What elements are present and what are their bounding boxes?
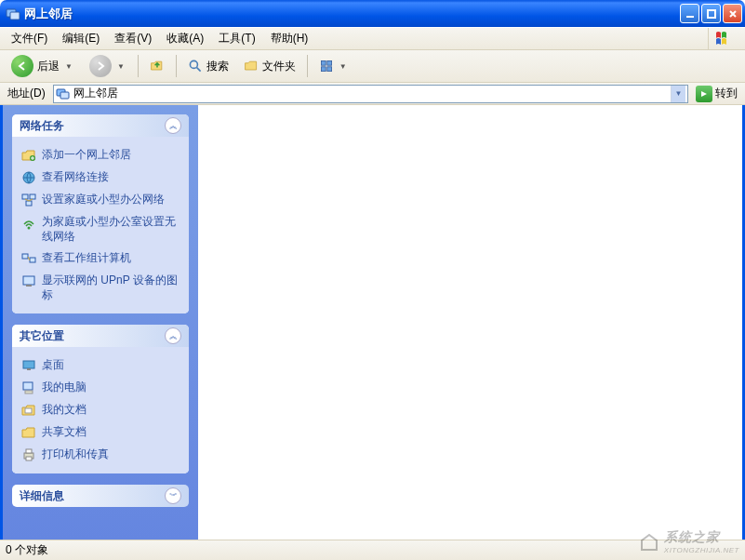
- panel-other-places: 其它位置 ︽ 桌面 我的电脑 我的文档 共享文档: [12, 325, 189, 473]
- menu-file[interactable]: 文件(F): [4, 28, 55, 49]
- watermark-url: XITONGZHIJIA.NET: [664, 546, 739, 554]
- menu-tools[interactable]: 工具(T): [211, 28, 262, 49]
- svg-rect-2: [686, 16, 694, 18]
- address-icon: [56, 87, 71, 101]
- place-printers[interactable]: 打印机和传真: [21, 444, 180, 466]
- back-label: 后退: [37, 59, 60, 74]
- svg-rect-1: [10, 12, 20, 20]
- forward-button[interactable]: ▼: [84, 53, 132, 79]
- svg-rect-19: [23, 276, 34, 285]
- printer-icon: [21, 447, 36, 462]
- place-label: 桌面: [42, 358, 64, 373]
- svg-rect-15: [26, 201, 32, 206]
- panel-details-header[interactable]: 详细信息 ︾: [12, 485, 189, 507]
- go-label: 转到: [715, 86, 738, 101]
- task-label: 为家庭或小型办公室设置无线网络: [42, 215, 180, 244]
- close-button[interactable]: [723, 4, 742, 23]
- forward-dropdown-icon[interactable]: ▼: [115, 62, 126, 71]
- watermark-icon: [638, 531, 660, 553]
- panel-network-tasks-body: 添加一个网上邻居 查看网络连接 设置家庭或小型办公网络 为家庭或小型办公室设置无…: [12, 137, 189, 313]
- windows-logo-icon: [708, 28, 741, 50]
- svg-rect-17: [22, 254, 28, 259]
- views-dropdown-icon[interactable]: ▼: [338, 62, 349, 71]
- task-setup-wireless[interactable]: 为家庭或小型办公室设置无线网络: [21, 211, 180, 247]
- up-button[interactable]: [144, 57, 170, 75]
- place-my-documents[interactable]: 我的文档: [21, 399, 180, 421]
- task-label: 设置家庭或小型办公网络: [42, 193, 165, 207]
- desktop-icon: [21, 358, 36, 373]
- svg-rect-8: [327, 67, 332, 72]
- folders-button[interactable]: 文件夹: [238, 57, 301, 76]
- collapse-icon: ︽: [165, 327, 181, 344]
- svg-rect-7: [321, 67, 326, 72]
- menu-favorites[interactable]: 收藏(A): [159, 28, 211, 49]
- address-bar: 地址(D) 网上邻居 ▼ 转到: [0, 83, 745, 105]
- folder-up-icon: [150, 59, 165, 73]
- minimize-button[interactable]: [680, 4, 699, 23]
- go-button[interactable]: 转到: [692, 86, 741, 102]
- window-controls: [680, 4, 742, 23]
- documents-icon: [21, 403, 36, 418]
- task-view-workgroup[interactable]: 查看工作组计算机: [21, 247, 180, 270]
- task-add-network-place[interactable]: 添加一个网上邻居: [21, 144, 180, 167]
- workgroup-icon: [21, 251, 36, 266]
- task-setup-network[interactable]: 设置家庭或小型办公网络: [21, 189, 180, 211]
- forward-icon: [89, 55, 112, 77]
- folder-add-icon: [21, 148, 36, 163]
- window-title: 网上邻居: [24, 6, 680, 22]
- panel-details-title: 详细信息: [20, 488, 165, 504]
- svg-rect-14: [30, 194, 35, 199]
- views-button[interactable]: ▼: [313, 57, 354, 75]
- panel-other-places-header[interactable]: 其它位置 ︽: [12, 325, 189, 347]
- menu-help[interactable]: 帮助(H): [263, 28, 316, 49]
- place-shared-documents[interactable]: 共享文档: [21, 421, 180, 444]
- status-text: 0 个对象: [6, 542, 48, 558]
- place-desktop[interactable]: 桌面: [21, 354, 180, 377]
- svg-rect-25: [25, 408, 32, 413]
- upnp-icon: [21, 273, 36, 288]
- panel-network-tasks: 网络任务 ︽ 添加一个网上邻居 查看网络连接 设置家庭或小型办公网络: [12, 114, 189, 313]
- svg-rect-20: [26, 285, 32, 287]
- menu-view[interactable]: 查看(V): [107, 28, 159, 49]
- toolbar-separator: [176, 55, 177, 77]
- shared-folder-icon: [21, 425, 36, 440]
- menu-edit[interactable]: 编辑(E): [55, 28, 107, 49]
- toolbar: 后退 ▼ ▼ 搜索 文件夹 ▼: [0, 50, 745, 83]
- watermark-text: 系统之家: [664, 529, 739, 546]
- expand-icon: ︾: [165, 487, 181, 504]
- status-bar: 0 个对象: [0, 540, 745, 560]
- address-dropdown-icon[interactable]: ▼: [671, 86, 685, 102]
- place-my-computer[interactable]: 我的电脑: [21, 377, 180, 399]
- title-bar: 网上邻居: [0, 0, 745, 27]
- svg-rect-23: [23, 382, 33, 390]
- svg-rect-10: [60, 92, 69, 99]
- task-view-connections[interactable]: 查看网络连接: [21, 167, 180, 189]
- main-area: 网络任务 ︽ 添加一个网上邻居 查看网络连接 设置家庭或小型办公网络: [0, 105, 745, 540]
- svg-rect-21: [23, 361, 34, 368]
- place-label: 我的文档: [42, 403, 86, 418]
- folders-label: 文件夹: [262, 59, 296, 74]
- search-label: 搜索: [206, 59, 229, 74]
- menu-bar: 文件(F) 编辑(E) 查看(V) 收藏(A) 工具(T) 帮助(H): [0, 27, 745, 50]
- task-label: 查看网络连接: [42, 170, 109, 185]
- maximize-button[interactable]: [701, 4, 721, 23]
- panel-other-places-title: 其它位置: [20, 328, 165, 344]
- svg-rect-6: [327, 60, 332, 65]
- globe-icon: [21, 170, 36, 185]
- address-input[interactable]: 网上邻居 ▼: [53, 85, 688, 103]
- toolbar-separator: [307, 55, 308, 77]
- search-button[interactable]: 搜索: [182, 57, 234, 76]
- panel-network-tasks-header[interactable]: 网络任务 ︽: [12, 114, 189, 137]
- back-button[interactable]: 后退 ▼: [6, 53, 80, 79]
- network-setup-icon: [21, 193, 36, 207]
- task-show-upnp[interactable]: 显示联网的 UPnP 设备的图标: [21, 270, 180, 306]
- svg-point-4: [190, 60, 197, 68]
- panel-details: 详细信息 ︾: [12, 485, 189, 507]
- svg-rect-24: [25, 391, 33, 393]
- search-icon: [188, 59, 203, 73]
- content-pane[interactable]: [198, 105, 742, 540]
- watermark: 系统之家 XITONGZHIJIA.NET: [638, 529, 739, 554]
- go-icon: [696, 86, 712, 102]
- svg-rect-13: [22, 194, 28, 199]
- back-dropdown-icon[interactable]: ▼: [63, 62, 74, 71]
